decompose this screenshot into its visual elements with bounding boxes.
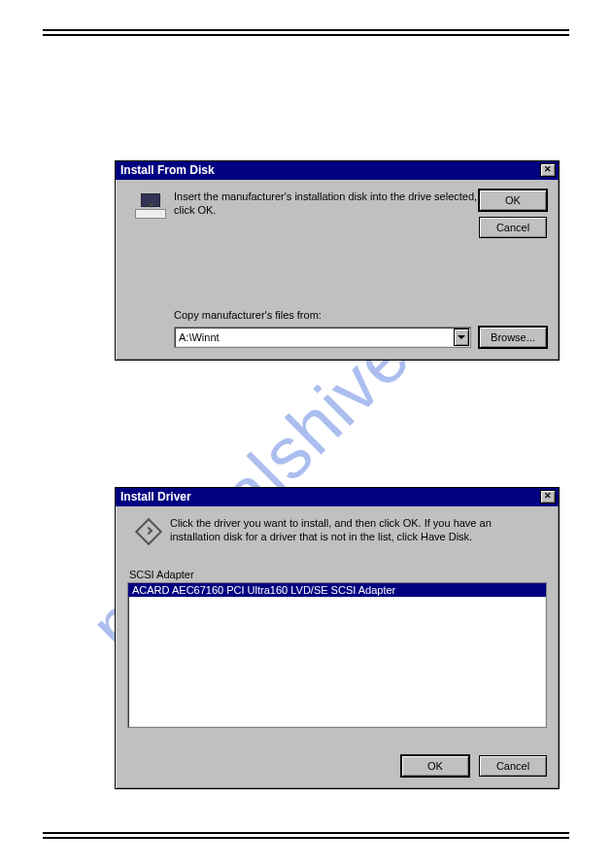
close-icon[interactable]: ✕ [540,490,556,503]
dialog2-titlebar: Install Driver ✕ [116,488,559,506]
dialog2-title: Install Driver [120,490,540,503]
disk-insert-icon [127,190,174,221]
cancel-button[interactable]: Cancel [479,217,547,238]
copy-from-label: Copy manufacturer's files from: [174,309,322,321]
path-input[interactable] [175,331,453,343]
browse-button[interactable]: Browse... [479,327,547,348]
dialog2-instruction: Click the driver you want to install, an… [170,516,547,547]
chevron-down-icon[interactable] [454,329,469,346]
list-item[interactable]: ACARD AEC67160 PCI Ultra160 LVD/SE SCSI … [128,583,546,597]
dialog1-title: Install From Disk [120,163,540,177]
scsi-adapter-label: SCSI Adapter [129,569,547,580]
ok-button[interactable]: OK [479,190,547,211]
dialog1-titlebar: Install From Disk ✕ [116,161,559,180]
driver-listbox[interactable]: ACARD AEC67160 PCI Ultra160 LVD/SE SCSI … [127,582,547,728]
close-icon[interactable]: ✕ [540,163,556,177]
cancel-button[interactable]: Cancel [479,755,547,777]
install-driver-dialog: Install Driver ✕ Click the driver you wa… [115,487,560,789]
ok-button[interactable]: OK [401,755,469,777]
path-combobox[interactable] [174,327,471,348]
driver-diamond-icon [127,516,170,547]
page-bottom-rule [43,832,569,839]
page-top-rule [43,29,569,36]
install-from-disk-dialog: Install From Disk ✕ Insert the manufactu… [115,160,560,361]
